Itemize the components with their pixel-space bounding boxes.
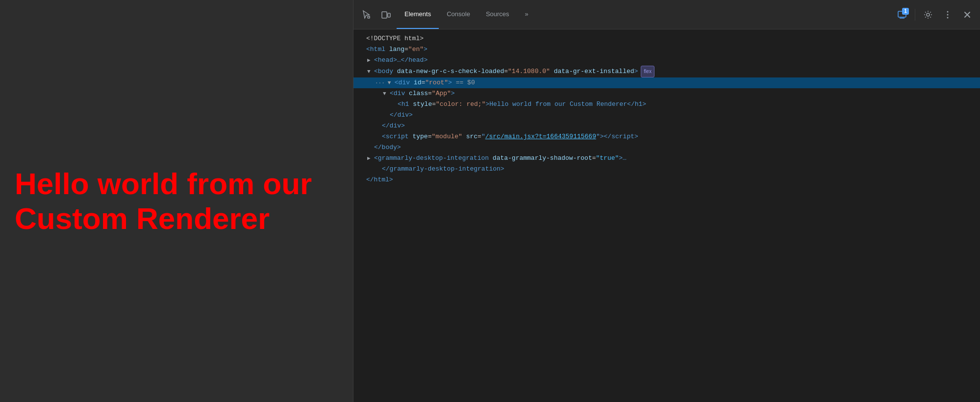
dom-line[interactable]: <grammarly-desktop-integration data-gram… (353, 153, 980, 164)
dom-content: </div> (390, 110, 413, 121)
dom-content: <div class="App"> (390, 88, 455, 99)
vertical-dots-icon (943, 10, 953, 20)
tab-elements[interactable]: Elements (397, 0, 439, 29)
dom-line[interactable]: <head>…</head> (353, 55, 980, 66)
tab-sources[interactable]: Sources (478, 0, 517, 29)
dom-line[interactable]: </html> (353, 175, 980, 185)
dom-content: <div id="root"> (395, 77, 452, 88)
dom-content: <head>…</head> (374, 55, 427, 66)
expand-arrow[interactable] (383, 88, 390, 99)
dom-content: </html> (366, 175, 393, 185)
dom-line[interactable]: </grammarly-desktop-integration> (353, 164, 980, 175)
settings-button[interactable] (919, 6, 937, 24)
dom-content: </body> (374, 142, 401, 153)
svg-point-4 (927, 13, 930, 16)
devtools-toolbar: Elements Console Sources » 1 (353, 0, 980, 29)
expand-arrow[interactable] (367, 153, 374, 164)
dom-line-selected[interactable]: ··· <div id="root"> == $0 (353, 77, 980, 88)
tab-console[interactable]: Console (439, 0, 478, 29)
more-options-button[interactable] (939, 6, 956, 24)
dom-content: <!DOCTYPE html> (366, 33, 424, 44)
devtools-tabs: Elements Console Sources » (397, 0, 643, 29)
toolbar-divider (915, 9, 915, 21)
dom-line[interactable]: <html lang="en"> (353, 44, 980, 55)
cursor-icon (361, 10, 371, 20)
expand-arrow[interactable] (367, 66, 374, 77)
expand-arrow[interactable] (388, 77, 395, 88)
dom-content: <body data-new-gr-c-s-check-loaded="14.1… (374, 66, 638, 77)
dom-line[interactable]: <div class="App"> (353, 88, 980, 99)
dots-prefix: ··· (375, 77, 385, 88)
svg-point-7 (947, 17, 949, 18)
gear-icon (923, 10, 933, 20)
notification-count: 1 (902, 8, 909, 15)
device-toolbar-button[interactable] (377, 6, 395, 24)
svg-rect-1 (382, 12, 387, 18)
devtools-panel: Elements Console Sources » 1 (353, 0, 980, 402)
svg-rect-0 (368, 16, 370, 18)
dom-line[interactable]: </div> (353, 110, 980, 121)
notification-button[interactable]: 1 (893, 6, 911, 24)
dom-line[interactable]: </div> (353, 121, 980, 131)
dom-line[interactable]: <script type="module" src="/src/main.jsx… (353, 131, 980, 142)
dom-line[interactable]: <h1 style="color: red;">Hello world from… (353, 99, 980, 110)
device-icon (381, 10, 391, 20)
dom-line[interactable]: </body> (353, 142, 980, 153)
dom-line[interactable]: <body data-new-gr-c-s-check-loaded="14.1… (353, 66, 980, 77)
script-src-link[interactable]: /src/main.jsx?t=1664359115669 (485, 133, 596, 140)
svg-point-5 (947, 11, 949, 12)
browser-viewport: Hello world from our Custom Renderer (0, 0, 353, 402)
dom-content: <h1 style="color: red;">Hello world from… (398, 99, 646, 110)
dom-line[interactable]: <!DOCTYPE html> (353, 33, 980, 44)
dom-content: <grammarly-desktop-integration data-gram… (374, 153, 627, 164)
inspect-element-button[interactable] (357, 6, 375, 24)
dom-content: <script type="module" src="/src/main.jsx… (382, 131, 638, 142)
page-heading: Hello world from our Custom Renderer (15, 166, 338, 236)
flex-badge[interactable]: flex (641, 66, 654, 77)
dom-content: </div> (382, 121, 405, 131)
close-icon (962, 10, 972, 20)
svg-point-6 (947, 14, 949, 15)
tab-more[interactable]: » (517, 0, 536, 29)
expand-arrow[interactable] (367, 55, 374, 66)
dom-content: <html lang="en"> (366, 44, 427, 55)
dom-content: </grammarly-desktop-integration> (382, 164, 504, 175)
close-devtools-button[interactable] (958, 6, 976, 24)
svg-rect-2 (388, 13, 390, 17)
selected-indicator: == $0 (452, 77, 475, 88)
dom-tree[interactable]: <!DOCTYPE html> <html lang="en"> <head>…… (353, 29, 980, 402)
